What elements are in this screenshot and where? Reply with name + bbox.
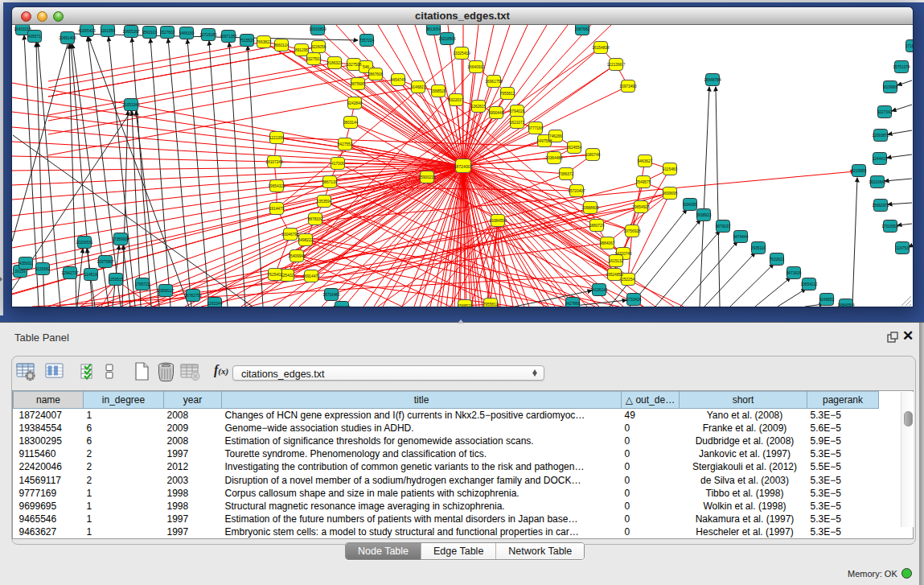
svg-text:1161559: 1161559	[101, 29, 116, 33]
svg-text:9474444: 9474444	[733, 235, 749, 239]
svg-text:6990448: 6990448	[489, 111, 504, 115]
svg-text:10688609: 10688609	[581, 206, 599, 210]
svg-text:1733426: 1733426	[626, 298, 642, 302]
svg-text:7625402: 7625402	[268, 273, 283, 277]
svg-text:891295: 891295	[295, 48, 308, 52]
svg-text:7955812: 7955812	[483, 303, 499, 307]
svg-text:8660124: 8660124	[274, 43, 290, 47]
svg-text:5938923: 5938923	[696, 213, 712, 217]
svg-text:19654321: 19654321	[268, 184, 285, 188]
svg-text:1621072: 1621072	[510, 121, 525, 125]
svg-text:17016504: 17016504	[881, 225, 899, 229]
svg-text:10433218: 10433218	[14, 27, 31, 31]
svg-text:405571: 405571	[28, 35, 41, 39]
svg-text:9327503: 9327503	[306, 57, 322, 61]
svg-text:16640910: 16640910	[467, 65, 485, 69]
svg-text:5498222: 5498222	[298, 238, 314, 242]
svg-text:16154838: 16154838	[592, 46, 610, 50]
svg-text:14136141: 14136141	[590, 288, 608, 292]
svg-text:7357224: 7357224	[359, 39, 375, 43]
svg-text:16782759: 16782759	[184, 294, 202, 298]
svg-text:7515526: 7515526	[240, 39, 255, 43]
svg-text:1718227: 1718227	[906, 44, 913, 48]
svg-text:15751074: 15751074	[893, 65, 910, 69]
svg-text:9593103: 9593103	[142, 31, 158, 35]
svg-text:18107249: 18107249	[265, 160, 283, 164]
svg-text:12093873: 12093873	[872, 134, 889, 138]
svg-text:1353594: 1353594	[317, 200, 332, 204]
svg-text:7632621: 7632621	[770, 257, 785, 262]
svg-text:19524851: 19524851	[606, 273, 623, 277]
svg-text:16648784: 16648784	[704, 78, 721, 82]
svg-text:546: 546	[363, 65, 369, 69]
svg-text:10719185: 10719185	[199, 33, 217, 37]
svg-text:1292344: 1292344	[207, 302, 223, 306]
svg-text:20691406: 20691406	[59, 36, 76, 40]
svg-text:934095: 934095	[684, 203, 696, 207]
svg-text:8454749: 8454749	[391, 78, 406, 82]
svg-text:20206531: 20206531	[76, 241, 93, 245]
svg-text:10975867: 10975867	[97, 260, 114, 264]
svg-text:3226058: 3226058	[311, 45, 326, 49]
svg-text:7386372: 7386372	[559, 172, 574, 176]
svg-text:1362615: 1362615	[471, 105, 487, 109]
svg-text:125402: 125402	[281, 274, 294, 278]
svg-text:9245652: 9245652	[819, 298, 835, 302]
svg-text:6497568: 6497568	[537, 139, 552, 143]
svg-text:9777169: 9777169	[528, 126, 544, 130]
svg-text:6879197: 6879197	[716, 225, 731, 229]
svg-text:16210643: 16210643	[869, 180, 886, 184]
svg-text:8215955: 8215955	[852, 169, 867, 173]
svg-text:9146821: 9146821	[411, 85, 426, 89]
svg-text:14320746: 14320746	[614, 252, 632, 256]
svg-text:1221396 7: 1221396 7	[607, 63, 626, 67]
svg-text:2867608: 2867608	[368, 72, 384, 76]
svg-text:15716485: 15716485	[322, 293, 340, 297]
svg-text:9329966: 9329966	[883, 85, 898, 89]
svg-text:2087682: 2087682	[575, 27, 590, 31]
svg-text:10655267: 10655267	[122, 30, 140, 34]
svg-text:2427868: 2427868	[565, 302, 581, 306]
svg-text:8322037: 8322037	[449, 98, 464, 102]
svg-text:18724007: 18724007	[454, 164, 472, 169]
svg-text:417006: 417006	[331, 162, 344, 166]
svg-text:15692971: 15692971	[872, 204, 889, 208]
svg-text:2803144: 2803144	[343, 121, 359, 125]
svg-text:20364486: 20364486	[545, 156, 563, 160]
svg-text:19218506: 19218506	[438, 37, 456, 41]
svg-text:10973493: 10973493	[619, 84, 637, 89]
svg-text:16914479: 16914479	[302, 274, 320, 278]
svg-text:1880729: 1880729	[589, 224, 605, 228]
svg-text:3875685: 3875685	[351, 82, 366, 86]
svg-text:21053346: 21053346	[122, 103, 140, 107]
svg-text:9327508: 9327508	[347, 63, 362, 67]
svg-text:3624554: 3624554	[567, 146, 582, 150]
svg-text:74016400: 74016400	[333, 306, 351, 307]
svg-text:2549575: 2549575	[636, 180, 651, 184]
svg-text:12942737: 12942737	[61, 271, 79, 275]
svg-text:435001: 435001	[19, 262, 32, 266]
svg-text:1221396: 1221396	[269, 136, 285, 140]
svg-text:15900215: 15900215	[418, 175, 436, 179]
svg-text:16033809: 16033809	[309, 27, 326, 31]
svg-text:16961758: 16961758	[485, 80, 503, 84]
svg-text:6794028: 6794028	[510, 109, 525, 113]
svg-text:20046798: 20046798	[281, 233, 299, 237]
svg-text:14846564: 14846564	[837, 303, 855, 307]
svg-text:3867130: 3867130	[322, 180, 338, 184]
svg-text:10654112: 10654112	[801, 282, 818, 286]
svg-text:1588520: 1588520	[458, 304, 473, 307]
svg-text:8471626: 8471626	[786, 271, 802, 275]
svg-text:6466160: 6466160	[179, 31, 195, 35]
svg-text:7955812: 7955812	[500, 92, 515, 96]
svg-text:7663822: 7663822	[257, 40, 272, 44]
svg-text:1115682: 1115682	[35, 267, 50, 271]
svg-text:17359934: 17359934	[112, 237, 129, 241]
svg-text:1588520: 1588520	[431, 89, 446, 93]
svg-text:8878332: 8878332	[308, 217, 323, 221]
svg-text:1244415: 1244415	[873, 157, 888, 161]
svg-text:9115460: 9115460	[663, 167, 678, 171]
svg-text:1080748: 1080748	[585, 153, 601, 157]
svg-text:16671355: 16671355	[220, 35, 237, 39]
svg-text:13325419: 13325419	[453, 51, 470, 56]
